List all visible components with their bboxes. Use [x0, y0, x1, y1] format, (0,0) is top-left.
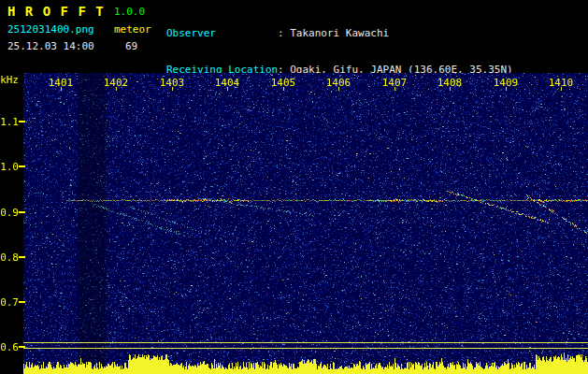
info-row: ObserverTakanori Kawachi	[166, 27, 513, 39]
info-label: Observer	[166, 27, 278, 39]
version-label: 1.0.0	[114, 6, 145, 18]
mode-label: meteor	[114, 23, 151, 36]
datetime-label: 25.12.03 14:00	[7, 40, 94, 52]
time-tick-label: 1404	[215, 77, 240, 89]
freq-tick-label: 0.9	[0, 207, 19, 219]
time-tick-label: 1410	[549, 77, 574, 89]
freq-tick-mark	[19, 256, 25, 258]
time-tick-label: 1407	[382, 77, 408, 89]
echo-count-label: 69	[125, 40, 137, 52]
filename-label: 2512031400.png	[7, 23, 94, 36]
freq-tick-mark	[19, 121, 25, 122]
freq-tick-mark	[19, 301, 25, 303]
time-tick-label: 1406	[326, 77, 351, 89]
time-tick-label: 1402	[104, 77, 129, 89]
header-bar: H R O F F T 1.0.0 2512031400.png meteor …	[0, 0, 588, 73]
freq-tick-label: 1.1	[0, 116, 19, 128]
freq-tick-label: 0.8	[0, 252, 19, 264]
spectrogram-canvas	[23, 73, 588, 374]
time-tick-label: 1409	[494, 77, 519, 89]
freq-tick-label: 0.7	[0, 296, 19, 309]
info-value: Takanori Kawachi	[278, 27, 389, 39]
freq-unit-label: kHz	[0, 74, 19, 86]
freq-tick-mark	[19, 165, 25, 167]
app-title: H R O F F T	[7, 4, 105, 19]
time-tick-label: 1401	[49, 77, 74, 89]
hrofft-window: H R O F F T 1.0.0 2512031400.png meteor …	[0, 0, 588, 374]
time-tick-label: 1405	[271, 77, 296, 89]
freq-tick-mark	[19, 211, 25, 213]
freq-tick-label: 1.0	[0, 161, 19, 173]
freq-tick-label: 0.6	[0, 341, 19, 353]
time-tick-label: 1403	[160, 77, 185, 89]
time-tick-label: 1408	[437, 77, 463, 89]
freq-tick-mark	[19, 346, 25, 348]
